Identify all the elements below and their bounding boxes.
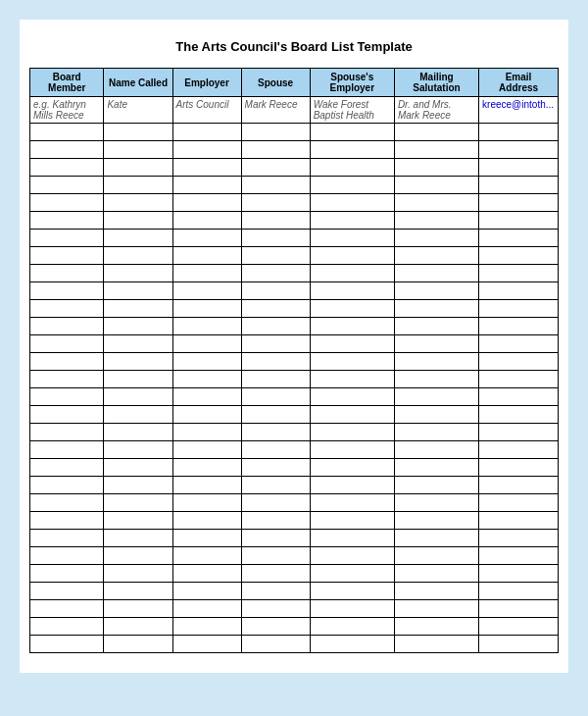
table-row: [30, 141, 559, 159]
table-row: [30, 230, 559, 247]
header-name-called: Name Called: [104, 69, 172, 97]
example-spouse: Mark Reece: [241, 97, 310, 124]
table-row: [30, 600, 559, 618]
table-row: [30, 335, 559, 353]
table-row: [30, 477, 559, 494]
table-row: [30, 618, 559, 636]
table-row: [30, 353, 559, 371]
table-row: [30, 388, 559, 406]
table-row: [30, 194, 559, 212]
table-row: [30, 530, 559, 547]
header-employer: Employer: [172, 69, 241, 97]
table-row: [30, 583, 559, 600]
example-email-address: kreece@intoth...: [479, 97, 559, 124]
table-row: [30, 300, 559, 318]
header-spouse: Spouse: [241, 69, 310, 97]
example-spouses-employer: Wake Forest Baptist Health: [310, 97, 394, 124]
table-row: [30, 159, 559, 177]
table-row: [30, 424, 559, 441]
table-row: [30, 459, 559, 477]
example-name-called: Kate: [104, 97, 172, 124]
page-title: The Arts Council's Board List Template: [29, 39, 559, 54]
table-row: [30, 636, 559, 653]
table-row: [30, 371, 559, 388]
header-row: BoardMember Name Called Employer Spouse …: [30, 69, 559, 97]
example-mailing-salutation: Dr. and Mrs. Mark Reece: [394, 97, 478, 124]
table-row: [30, 512, 559, 530]
table-row: [30, 212, 559, 230]
example-board-member: e.g. Kathryn Mills Reece: [30, 97, 104, 124]
table-row: [30, 318, 559, 335]
header-spouses-employer: Spouse'sEmployer: [310, 69, 394, 97]
page-container: The Arts Council's Board List Template B…: [20, 20, 568, 673]
header-board-member: BoardMember: [30, 69, 104, 97]
table-row: [30, 547, 559, 565]
table-row: [30, 282, 559, 300]
table-row: [30, 265, 559, 282]
board-table: BoardMember Name Called Employer Spouse …: [29, 68, 559, 653]
table-row: [30, 177, 559, 194]
example-employer: Arts Council: [172, 97, 241, 124]
table-row: [30, 406, 559, 424]
example-row: e.g. Kathryn Mills Reece Kate Arts Counc…: [30, 97, 559, 124]
table-row: [30, 494, 559, 512]
header-mailing-salutation: MailingSalutation: [394, 69, 478, 97]
header-email-address: EmailAddress: [479, 69, 559, 97]
table-row: [30, 124, 559, 141]
table-row: [30, 441, 559, 459]
table-row: [30, 247, 559, 265]
table-row: [30, 565, 559, 583]
